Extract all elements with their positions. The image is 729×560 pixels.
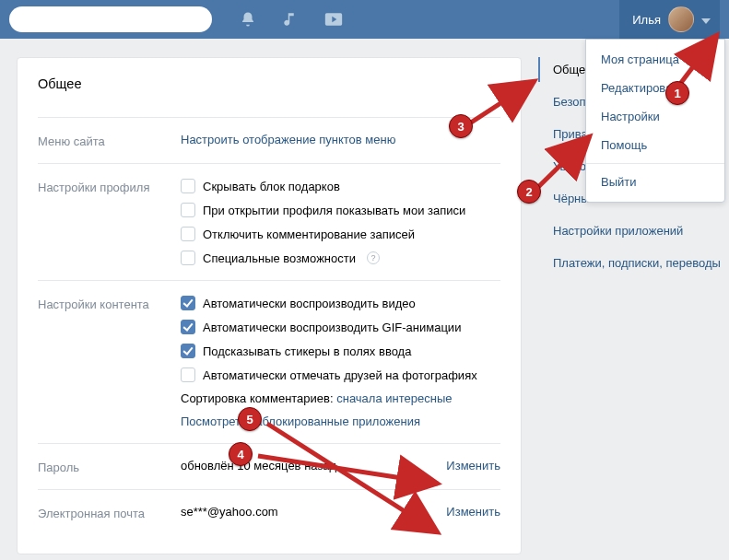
user-menu-trigger[interactable]: Илья [619, 0, 720, 39]
chk-accessibility[interactable]: Специальные возможности? [181, 251, 500, 265]
dd-settings[interactable]: Настройки [586, 102, 724, 131]
row-label: Настройки профиля [38, 179, 181, 194]
video-icon[interactable] [324, 12, 343, 27]
chk-autoplay-gif[interactable]: Автоматически воспроизводить GIF-анимаци… [181, 320, 500, 334]
row-label: Электронная почта [38, 505, 181, 520]
user-name: Илья [632, 13, 661, 27]
chk-sticker-hints[interactable]: Подсказывать стикеры в полях ввода [181, 344, 500, 358]
change-password-link[interactable]: Изменить [446, 459, 500, 472]
dd-my-page[interactable]: Моя страница [586, 45, 724, 74]
dd-logout[interactable]: Выйти [586, 168, 724, 196]
user-dropdown: Моя страница Редактировать Настройки Пом… [585, 39, 725, 203]
blocked-apps-link[interactable]: Посмотреть заблокированные приложения [181, 414, 500, 428]
change-email-link[interactable]: Изменить [446, 505, 500, 519]
row-site-menu: Меню сайта Настроить отображение пунктов… [38, 117, 500, 163]
bell-icon[interactable] [240, 11, 256, 28]
search-input[interactable] [9, 6, 212, 32]
comment-sort: Сортировка комментариев: сначала интерес… [181, 391, 500, 405]
page-title: Общее [38, 76, 500, 91]
top-icons [240, 11, 343, 28]
configure-menu-link[interactable]: Настроить отображение пунктов меню [181, 133, 500, 146]
topbar: Илья [0, 0, 729, 39]
row-label: Пароль [38, 459, 181, 474]
chk-autotag-friends[interactable]: Автоматически отмечать друзей на фотогра… [181, 368, 500, 382]
tab-app-settings[interactable]: Настройки приложений [538, 218, 723, 243]
avatar [668, 6, 694, 32]
row-profile-settings: Настройки профиля Скрывать блок подарков… [38, 163, 500, 280]
content-card: Общее Меню сайта Настроить отображение п… [17, 57, 522, 554]
sort-link[interactable]: сначала интересные [336, 391, 452, 405]
dd-edit[interactable]: Редактировать [586, 74, 724, 102]
row-email: Электронная почта se***@yahoo.com Измени… [38, 489, 500, 535]
tab-payments[interactable]: Платежи, подписки, переводы [538, 251, 723, 275]
row-content-settings: Настройки контента Автоматически воспрои… [38, 280, 500, 443]
chk-show-posts[interactable]: При открытии профиля показывать мои запи… [181, 203, 500, 217]
dd-help[interactable]: Помощь [586, 131, 724, 159]
chk-autoplay-video[interactable]: Автоматически воспроизводить видео [181, 296, 500, 310]
password-value: обновлён 10 месяцев назад [181, 459, 336, 472]
music-icon[interactable] [282, 11, 299, 28]
row-label: Настройки контента [38, 296, 181, 311]
chk-disable-comments[interactable]: Отключить комментирование записей [181, 227, 500, 241]
email-value: se***@yahoo.com [181, 505, 278, 519]
chevron-down-icon [701, 13, 711, 27]
chk-hide-gifts[interactable]: Скрывать блок подарков [181, 179, 500, 193]
dd-separator [586, 163, 724, 164]
row-password: Пароль обновлён 10 месяцев назад Изменит… [38, 443, 500, 489]
help-icon[interactable]: ? [367, 251, 380, 264]
row-label: Меню сайта [38, 133, 181, 148]
